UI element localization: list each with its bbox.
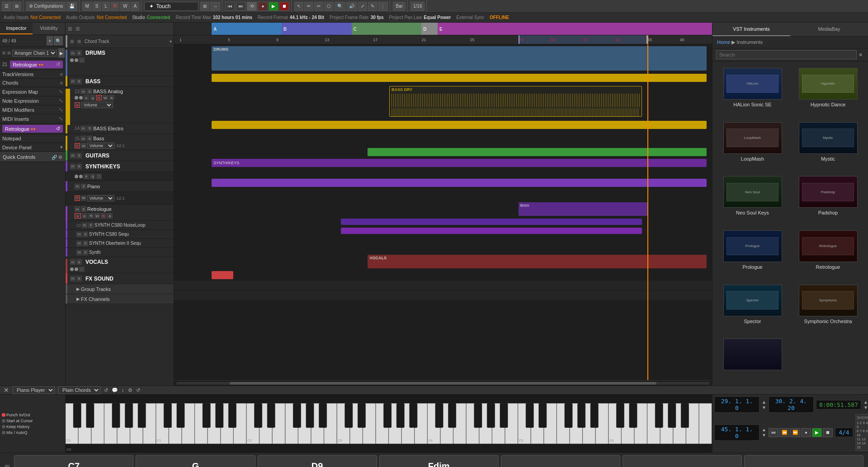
vst-item-hypnotic[interactable]: Hypnotic Hypnotic Dance	[790, 64, 866, 118]
vst-item-loopmash[interactable]: LoopMash LoopMash	[715, 118, 790, 172]
retrologue-bypass[interactable]: ↺	[56, 126, 60, 132]
track-w-btn[interactable]: W	[81, 143, 86, 148]
bass-analog-row[interactable]: BASS DRY	[174, 83, 712, 119]
configurations-btn[interactable]: ⚙ Configurations	[26, 2, 66, 11]
tab-inspector[interactable]: Inspector	[0, 23, 33, 34]
t-play2[interactable]: ▶	[812, 428, 822, 437]
track-s-btn[interactable]: S	[76, 259, 82, 265]
synth-e-btn[interactable]: e	[84, 174, 89, 179]
synth-row[interactable]: SYNTH/KEYS	[174, 157, 712, 168]
vst-item-spector[interactable]: Spector Spector	[715, 281, 790, 335]
track-m-btn[interactable]: m	[76, 232, 82, 237]
retro-rec-btn[interactable]: ●	[75, 213, 81, 219]
piano-icon-3[interactable]: ↕	[122, 387, 124, 393]
list-item[interactable]: m S DRUMS □	[66, 48, 174, 76]
menu-btn[interactable]: ☰	[2, 2, 11, 11]
chain-settings-btn[interactable]: ▶	[58, 48, 65, 57]
list-item[interactable]: m S SYNTH CS80 Sequ	[66, 230, 174, 239]
tool5-btn[interactable]: 🔍	[335, 2, 345, 11]
list-item[interactable]: m S BASS	[66, 76, 174, 87]
list-item[interactable]: 13 m S BASS Analog e q R W A	[66, 87, 174, 123]
bass-sub-row[interactable]	[174, 130, 712, 147]
piano-row[interactable]	[174, 177, 712, 188]
a-btn[interactable]: A	[131, 2, 140, 11]
meter-display[interactable]: 4/4	[835, 428, 853, 437]
h-scrollbar[interactable]	[174, 380, 712, 386]
list-item[interactable]: 14 m S BASS Electro	[66, 123, 174, 134]
tab-mediabay[interactable]: MediaBay	[790, 23, 868, 36]
track-folder-btn[interactable]: □	[79, 57, 85, 63]
vocals-row[interactable]: VOCALS	[174, 253, 712, 270]
track-s-btn[interactable]: S	[83, 232, 88, 237]
search-close-btn[interactable]: ✕	[857, 52, 864, 58]
play-btn[interactable]: ▶	[269, 2, 278, 11]
piano-icon-1[interactable]: ↺	[104, 387, 108, 393]
piano-icon-2[interactable]: 💬	[112, 387, 118, 393]
right-position-display[interactable]: 30. 2. 4. 20	[769, 396, 814, 413]
vst-item-prologue[interactable]: Prologue Prologue	[715, 226, 790, 281]
goto-start-btn[interactable]: ⏮	[225, 2, 235, 11]
track-s-btn[interactable]: S	[76, 50, 82, 56]
list-item[interactable]: m S FX SOUND	[66, 273, 174, 284]
list-item[interactable]: m S Synth	[66, 248, 174, 257]
track-s-btn[interactable]: S	[83, 250, 88, 255]
note-expression-row[interactable]: Note Expression ⤡	[0, 96, 65, 105]
l-btn[interactable]: L	[102, 2, 110, 11]
left-position-display[interactable]: 29. 1. 1. 0	[714, 396, 760, 413]
save-btn[interactable]: 💾	[66, 2, 77, 11]
track-s-btn[interactable]: S	[76, 276, 82, 281]
midi-inserts-row[interactable]: MIDI Inserts ⤡	[0, 114, 65, 124]
punch-in-btn[interactable]: ●	[258, 2, 268, 11]
chord-btn-fdim[interactable]: Fdim	[379, 455, 499, 467]
t-loop2[interactable]: ●	[801, 428, 811, 437]
studio-item[interactable]: Studio Connected	[132, 15, 170, 20]
track-m-btn[interactable]: m	[70, 153, 75, 158]
chords-row[interactable]: Chords ≡	[0, 79, 65, 87]
retro-w-btn[interactable]: W	[94, 213, 100, 219]
retro-q-btn[interactable]: ⟲	[88, 213, 94, 219]
plugin-bypass[interactable]: ↺	[56, 62, 60, 67]
chord-btn-5[interactable]	[501, 455, 620, 467]
piano-style-select[interactable]: Plain Chords	[58, 386, 100, 394]
midi-modifiers-row[interactable]: MIDI Modifiers ⤡	[0, 105, 65, 114]
track-s-btn[interactable]: S	[81, 206, 86, 212]
track-e-btn[interactable]: e	[84, 95, 89, 100]
track-s-btn[interactable]: S	[88, 223, 94, 228]
track-w-btn[interactable]: W	[103, 95, 108, 100]
t-goto-start[interactable]: ⏮	[769, 428, 778, 437]
vst-item-mystic[interactable]: Mystic Mystic	[790, 118, 866, 172]
t-back[interactable]: ⏪	[779, 428, 789, 437]
list-item[interactable]: m S Piano	[66, 181, 174, 192]
breadcrumb-home[interactable]: Home	[717, 39, 730, 45]
pos-up-btn[interactable]: ▲	[762, 400, 766, 405]
chord-btn-g[interactable]: G	[136, 455, 255, 467]
bar-btn[interactable]: Bar	[393, 2, 406, 11]
list-item[interactable]: m S Retrologue ● e ⟲ W R A	[66, 205, 174, 221]
vst-item-symphonic[interactable]: Symphonic Symphonic Orchestra	[790, 281, 866, 335]
piano-icon-5[interactable]: ↺	[136, 387, 140, 393]
tpos-down-btn[interactable]: ▼	[762, 433, 766, 438]
audio-outputs-item[interactable]: Audio Outputs Not Connected	[66, 15, 127, 20]
bass-volume-select[interactable]: Volume	[87, 143, 114, 149]
vst-item-neosoul[interactable]: Neo Soul Neo Soul Keys	[715, 172, 790, 226]
pos-down-btn[interactable]: ▼	[762, 405, 766, 410]
tool7-btn[interactable]: ⤢	[358, 2, 367, 11]
time-up-btn[interactable]: ▲	[863, 400, 868, 405]
synth-q-btn[interactable]: q	[90, 174, 95, 179]
stop-btn[interactable]: ⏹	[279, 2, 289, 11]
piano-icon-4[interactable]: ⚙	[128, 387, 132, 393]
track-dropdown[interactable]: ▾	[170, 39, 172, 44]
chord-btn-7[interactable]	[744, 455, 863, 467]
track-m-btn[interactable]: m	[82, 223, 87, 228]
track-m-btn[interactable]: m	[70, 79, 75, 84]
piano-w-btn[interactable]: W	[81, 195, 86, 201]
time-display[interactable]: 0:00:51.587	[816, 400, 861, 410]
track-m-btn[interactable]: m	[70, 50, 75, 56]
track-m-btn[interactable]: m	[80, 136, 86, 141]
track-m-btn[interactable]: m	[70, 259, 75, 265]
window-btn[interactable]: ⊞	[12, 2, 21, 11]
track-search-btn[interactable]: 🔍	[54, 36, 63, 45]
retro-r-btn[interactable]: R	[101, 213, 106, 219]
track-m-btn[interactable]: m	[75, 184, 80, 189]
track-s-btn[interactable]: S	[81, 184, 86, 189]
